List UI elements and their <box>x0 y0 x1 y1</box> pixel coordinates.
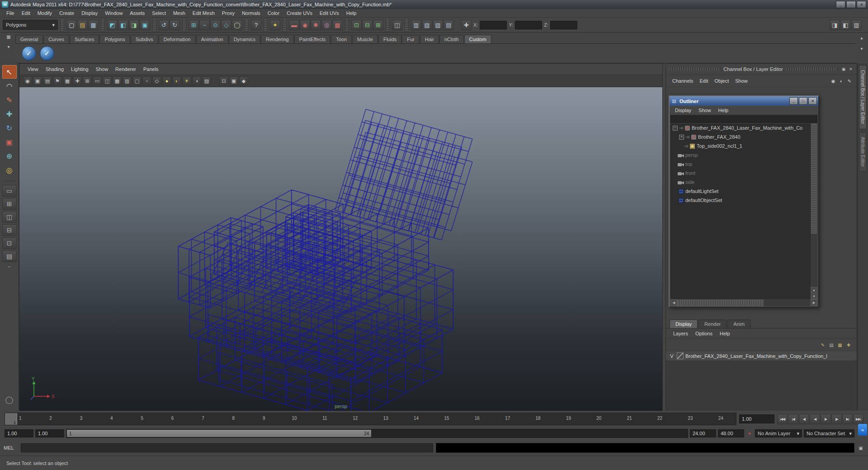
maximize-button[interactable]: □ <box>846 1 856 8</box>
soft-modification-tool[interactable]: ◎ <box>2 163 17 177</box>
scroll-up-icon[interactable]: ▲ <box>811 287 817 293</box>
dock-close-icon[interactable]: ✕ <box>848 66 854 72</box>
outliner-persp-layout-button[interactable]: ▤ <box>2 250 17 262</box>
tool-settings-toggle-icon[interactable]: ◧ <box>840 20 851 30</box>
shelf-tab-general[interactable]: General <box>15 35 43 43</box>
title-bar[interactable]: M Autodesk Maya 2011 x64: D:\777\Brother… <box>0 0 868 9</box>
layer-menu-layers[interactable]: Layers <box>670 330 692 337</box>
current-time-field[interactable]: 1.00 <box>739 414 774 423</box>
new-layer-from-selection-icon[interactable]: ✚ <box>845 341 852 348</box>
universal-manipulator-tool[interactable]: ⊕ <box>2 149 17 163</box>
shelf-tab-toon[interactable]: Toon <box>331 35 352 43</box>
menu-edit-uvs[interactable]: Edit UVs <box>316 9 343 17</box>
panel-menu-show[interactable]: Show <box>92 66 112 73</box>
channel-menu-object[interactable]: Object <box>712 77 731 85</box>
dock-header[interactable]: Channel Box / Layer Editor ▣✕ <box>666 64 857 75</box>
channel-menu-edit[interactable]: Edit <box>697 77 711 85</box>
rotate-tool[interactable]: ↻ <box>2 121 17 135</box>
character-set-selector[interactable]: No Character Set ▾ <box>804 429 854 437</box>
play-forward-button[interactable]: ▶ <box>821 414 831 424</box>
open-scene-icon[interactable]: ▤ <box>77 20 88 30</box>
layer-menu-options[interactable]: Options <box>692 330 716 337</box>
select-component-icon[interactable]: ◨ <box>129 20 139 30</box>
outliner-item-side[interactable]: side <box>670 178 811 187</box>
snap-curve-icon[interactable]: ~ <box>199 20 210 30</box>
outliner-minimize-button[interactable]: _ <box>789 97 798 105</box>
menu-file[interactable]: File <box>3 9 18 17</box>
select-camera-icon[interactable]: ◉ <box>23 76 32 85</box>
shelf-tab-curves[interactable]: Curves <box>43 35 69 43</box>
range-slider-bar[interactable]: 1 24 <box>67 430 371 437</box>
render-current-frame-icon[interactable]: ▬ <box>289 20 299 30</box>
lighting-icon[interactable]: ☀ <box>182 76 191 85</box>
panel-menu-view[interactable]: View <box>24 66 42 73</box>
add-layer-icon[interactable]: ▤ <box>828 341 835 348</box>
menu-modify[interactable]: Modify <box>34 9 56 17</box>
menu-create[interactable]: Create <box>56 9 78 17</box>
outliner-item-defaultlightset[interactable]: defaultLightSet <box>670 187 811 196</box>
more-layouts-button[interactable]: − <box>6 263 13 270</box>
outliner-item-defaultobjectset[interactable]: defaultObjectSet <box>670 196 811 205</box>
select-object-icon[interactable]: ◧ <box>118 20 128 30</box>
attribute-editor-toggle-icon[interactable]: ◨ <box>830 20 840 30</box>
hypergraph-panel-icon[interactable]: ◫ <box>392 20 402 30</box>
redo-icon[interactable]: ↻ <box>170 20 180 30</box>
toolbox-menu-icon[interactable]: ◯ <box>2 393 17 406</box>
resolution-gate-icon[interactable]: ◫ <box>103 76 112 85</box>
layer-tab-render[interactable]: Render <box>698 320 726 328</box>
edit-layer-icon[interactable]: ✎ <box>819 341 826 348</box>
four-pane-layout-button[interactable]: ⊞ <box>2 198 17 210</box>
layer-menu-help[interactable]: Help <box>716 330 734 337</box>
menu-window[interactable]: Window <box>101 9 126 17</box>
undo-icon[interactable]: ↺ <box>159 20 169 30</box>
dock-window-icon[interactable]: ▣ <box>840 66 847 72</box>
display-layer-row[interactable]: VBrother_FAX_2840_Laser_Fax_Machine_with… <box>666 351 857 361</box>
shelf-tab-deformation[interactable]: Deformation <box>159 35 196 43</box>
select-tool[interactable]: ↖ <box>2 65 17 79</box>
grid-icon[interactable]: ⊞ <box>83 76 92 85</box>
go-to-end-button[interactable]: ▶▶| <box>853 414 863 424</box>
shelf-tab-painteffects[interactable]: PaintEffects <box>294 35 331 43</box>
shelf-scroll-down-icon[interactable]: ▾ <box>858 45 865 52</box>
layer-tab-display[interactable]: Display <box>670 320 698 328</box>
shelf-tab-custom[interactable]: Custom <box>464 35 491 43</box>
range-slider-track[interactable]: 1 24 <box>66 429 688 438</box>
texture-display-icon[interactable]: ▨ <box>422 20 432 30</box>
command-language-toggle[interactable]: MEL <box>4 445 18 451</box>
shelf-tab-muscle[interactable]: Muscle <box>352 35 378 43</box>
toolbar-grip[interactable] <box>386 19 390 31</box>
toolbar-grip[interactable] <box>182 19 186 31</box>
animation-end-field[interactable]: 48.00 <box>718 429 744 437</box>
grid-display-icon[interactable]: ▥ <box>411 20 421 30</box>
shelf-tab-rendering[interactable]: Rendering <box>261 35 294 43</box>
single-pane-layout-button[interactable]: ▭ <box>2 185 17 197</box>
single-pane-icon[interactable]: ⊡ <box>351 20 362 30</box>
step-back-button[interactable]: ◀| <box>799 414 809 424</box>
current-frame-indicator[interactable]: 1 <box>5 413 17 425</box>
shelf-tab-subdivs[interactable]: Subdivs <box>131 35 158 43</box>
bookmarks-icon[interactable]: ⚑ <box>53 76 62 85</box>
gate-mask-icon[interactable]: ▩ <box>113 76 122 85</box>
toolbar-grip[interactable] <box>405 19 409 31</box>
viewport-canvas[interactable]: persp Y X <box>19 87 662 411</box>
make-live-icon[interactable]: ◯ <box>232 20 242 30</box>
two-pane-side-layout-button[interactable]: ◫ <box>2 211 17 223</box>
menu-create-uvs[interactable]: Create UVs <box>283 9 316 17</box>
outliner-vertical-scrollbar[interactable]: ▲ ▼ <box>810 123 817 299</box>
side-tab-channel-box-layer-editor[interactable]: Channel Box / Layer Editor <box>859 65 867 129</box>
snap-grid-icon[interactable]: ⊞ <box>189 20 199 30</box>
scroll-right-icon[interactable]: ▶ <box>811 299 817 306</box>
panel-menu-panels[interactable]: Panels <box>140 66 162 73</box>
absolute-relative-toggle-icon[interactable]: ✚ <box>461 20 472 30</box>
smooth-shade-icon[interactable]: ● <box>162 76 171 85</box>
channel-menu-channels[interactable]: Channels <box>670 77 696 85</box>
four-pane-icon[interactable]: ⊞ <box>373 20 383 30</box>
shelf-scroll-up-icon[interactable]: ▴ <box>858 34 865 41</box>
two-pane-icon[interactable]: ⊟ <box>362 20 373 30</box>
dock-grip-left[interactable] <box>669 67 721 71</box>
snap-point-icon[interactable]: ⊙ <box>210 20 221 30</box>
menu-select[interactable]: Select <box>148 9 170 17</box>
move-tool[interactable]: ✚ <box>2 107 17 121</box>
camera-attributes-icon[interactable]: ▤ <box>43 76 52 85</box>
animation-start-field[interactable]: 1.00 <box>5 429 33 437</box>
